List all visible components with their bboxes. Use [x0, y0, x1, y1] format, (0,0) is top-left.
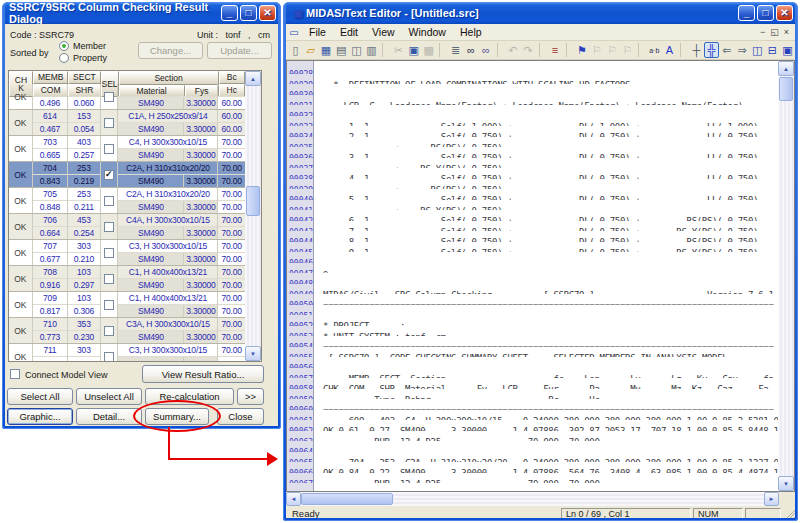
scroll-down-icon[interactable]: ▼: [245, 346, 261, 361]
row-select-cell[interactable]: [101, 344, 119, 361]
close-icon[interactable]: ✕: [259, 5, 276, 21]
menu-item-view[interactable]: View: [365, 26, 402, 38]
connect-model-view-checkbox[interactable]: [10, 369, 20, 379]
row-select-checkbox[interactable]: [104, 170, 114, 180]
row-select-cell[interactable]: [101, 240, 119, 265]
row-select-cell[interactable]: [101, 110, 119, 135]
crosshair-icon[interactable]: ┼: [689, 42, 704, 58]
print-icon[interactable]: ▤: [334, 42, 349, 58]
row-select-checkbox[interactable]: [104, 326, 114, 336]
scroll-up-icon[interactable]: ▲: [245, 71, 261, 86]
scroll-down-icon[interactable]: ▼: [778, 476, 794, 491]
minimize-button[interactable]: _: [738, 5, 755, 21]
more-button[interactable]: >>: [237, 388, 264, 405]
cascade-icon[interactable]: ▣: [780, 42, 795, 58]
word-wrap-icon[interactable]: a·b: [647, 42, 662, 58]
text-editor-area[interactable]: 0002800029 *. DEFINITION OF LOAD COMBINA…: [286, 60, 795, 492]
editor-lines: 0002800029 *. DEFINITION OF LOAD COMBINA…: [287, 63, 778, 491]
table-row[interactable]: OK 7060.664 4530.254 C4A, H 300x300x10/1…: [9, 214, 245, 240]
copy-icon[interactable]: ▣: [406, 42, 421, 58]
menu-item-file[interactable]: File: [302, 26, 333, 38]
row-select-checkbox[interactable]: [104, 274, 114, 284]
editor-horizontal-scrollbar[interactable]: ◄ ►: [286, 492, 779, 506]
table-row[interactable]: OK 7040.843 2530.219 C2A, H 310x310x20/2…: [9, 162, 245, 188]
maximize-button[interactable]: □: [240, 5, 257, 21]
status-num-lock: NUM: [693, 508, 743, 518]
minimize-button[interactable]: _: [221, 5, 238, 21]
select-all-button[interactable]: Select All: [7, 388, 73, 405]
row-select-checkbox[interactable]: [104, 92, 114, 102]
mdi-minimize-icon[interactable]: −: [760, 27, 765, 37]
row-shr: 0.211: [68, 201, 100, 213]
save-icon[interactable]: ▦: [318, 42, 333, 58]
scroll-right-icon[interactable]: ►: [764, 492, 779, 506]
menu-item-edit[interactable]: Edit: [333, 26, 365, 38]
menu-item-window[interactable]: Window: [402, 26, 453, 38]
scroll-up-icon[interactable]: ▲: [778, 61, 794, 76]
table-row[interactable]: OK 7090.817 1030.306 C1, H 400x400x13/21…: [9, 292, 245, 318]
split-horizontal-icon[interactable]: ⊟: [765, 42, 780, 58]
resize-grip[interactable]: [783, 508, 795, 519]
row-select-cell[interactable]: [101, 136, 119, 161]
row-select-cell[interactable]: [101, 214, 119, 239]
row-select-cell[interactable]: [101, 292, 119, 317]
row-select-checkbox[interactable]: [104, 222, 114, 232]
row-select-cell[interactable]: [101, 162, 119, 187]
print-merge-icon[interactable]: ≣: [448, 42, 463, 58]
scrollbar-thumb[interactable]: [301, 493, 393, 505]
find-next-icon[interactable]: ∞: [478, 42, 493, 58]
table-row[interactable]: OK 711 303 C3, H 300x300x10/15 70.00: [9, 344, 245, 361]
row-select-checkbox[interactable]: [104, 300, 114, 310]
row-select-checkbox[interactable]: [104, 248, 114, 258]
split-vertical-icon[interactable]: ◫: [750, 42, 765, 58]
row-sect: 103: [68, 292, 100, 305]
print-preview-icon[interactable]: ◫: [349, 42, 364, 58]
table-row[interactable]: OK 7030.665 4030.257 C4, H 300x300x10/15…: [9, 136, 245, 162]
row-select-checkbox[interactable]: [104, 144, 114, 154]
table-row[interactable]: OK 6140.467 1530.054 C1A, H 250x250x9/14…: [9, 110, 245, 136]
page-setup-icon[interactable]: ▥: [364, 42, 379, 58]
table-scrollbar[interactable]: ▲ ▼: [245, 71, 261, 361]
close-button[interactable]: Close: [217, 408, 264, 425]
scroll-left-icon[interactable]: ◄: [286, 492, 301, 506]
pan-icon[interactable]: ╬: [704, 42, 719, 58]
table-row[interactable]: OK 7100.773 3530.230 C3A, H 300x300x10/1…: [9, 318, 245, 344]
compare-icon[interactable]: ≡: [547, 42, 562, 58]
unselect-all-button[interactable]: Unselect All: [76, 388, 142, 405]
row-select-cell[interactable]: [101, 188, 119, 213]
row-select-checkbox[interactable]: [104, 352, 114, 362]
table-row[interactable]: OK 7050.848 2530.211 C2A, H 310x310x20/2…: [9, 188, 245, 214]
editor-titlebar[interactable]: ▣ MIDAS/Text Editor - [Untitled.src] _ □…: [286, 2, 795, 24]
radio-property[interactable]: [59, 53, 69, 63]
row-select-checkbox[interactable]: [104, 118, 114, 128]
find-icon[interactable]: ∞: [463, 42, 478, 58]
maximize-button[interactable]: □: [757, 5, 774, 21]
menu-item-help[interactable]: Help: [453, 26, 489, 38]
bookmark-icon[interactable]: ⚑: [574, 42, 589, 58]
graphic-button[interactable]: Graphic...: [7, 408, 73, 425]
mdi-close-icon[interactable]: ×: [784, 27, 789, 37]
scrollbar-thumb[interactable]: [246, 186, 260, 216]
radio-member[interactable]: [59, 41, 69, 51]
scrollbar-thumb[interactable]: [779, 77, 793, 101]
dialog-titlebar[interactable]: SSRC79SRC Column Checking Result Dialog …: [5, 2, 278, 24]
row-select-cell[interactable]: [101, 318, 119, 343]
table-row[interactable]: OK 0.496 0.060 SM490 3.30000 60.00: [9, 84, 245, 110]
next-window-icon[interactable]: ⇒: [734, 42, 749, 58]
row-section-name: [118, 84, 217, 97]
row-select-checkbox[interactable]: [104, 196, 114, 206]
prev-window-icon[interactable]: ⇐: [719, 42, 734, 58]
editor-vertical-scrollbar[interactable]: ▲ ▼: [778, 61, 794, 491]
row-shr: 0.054: [68, 123, 100, 135]
row-select-cell[interactable]: [101, 266, 119, 291]
font-icon[interactable]: A: [662, 42, 677, 58]
mdi-restore-icon[interactable]: ◱: [770, 27, 779, 37]
row-chk-status: OK: [9, 240, 33, 265]
table-row[interactable]: OK 7070.677 3030.210 C3, H 300x300x10/15…: [9, 240, 245, 266]
table-row[interactable]: OK 7080.916 1030.297 C1, H 400x400x13/21…: [9, 266, 245, 292]
view-result-ratio-button[interactable]: View Result Ratio...: [142, 365, 264, 383]
open-folder-icon[interactable]: ▱: [303, 42, 318, 58]
close-icon[interactable]: ✕: [776, 5, 793, 21]
row-select-cell[interactable]: [101, 84, 119, 109]
new-file-icon[interactable]: ▯: [288, 42, 303, 58]
